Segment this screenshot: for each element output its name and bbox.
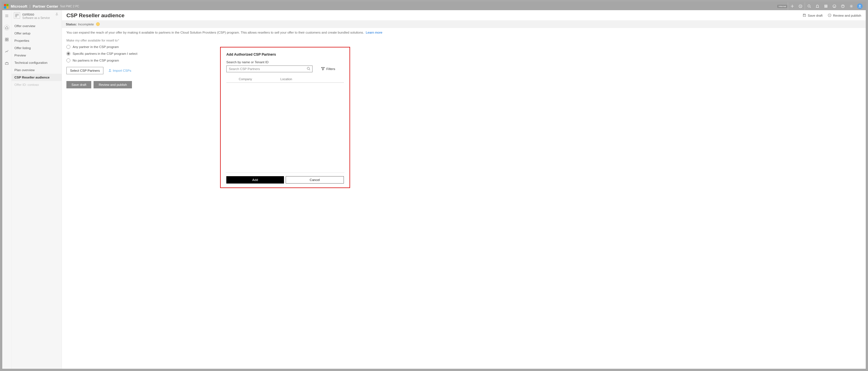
publish-icon xyxy=(828,13,832,18)
review-publish-button[interactable]: Review and publish xyxy=(94,81,132,89)
radio-specific-partners[interactable]: Specific partners in the CSP program I s… xyxy=(66,52,861,56)
svg-point-1 xyxy=(808,5,810,7)
svg-rect-8 xyxy=(7,38,8,39)
add-csp-partners-panel: Add Authorized CSP Partners Search by na… xyxy=(220,47,350,188)
status-label: Status: xyxy=(66,23,77,26)
bell-icon[interactable] xyxy=(813,2,822,10)
nav-csp-reseller-audience[interactable]: CSP Reseller audience xyxy=(11,74,62,81)
product-subtitle: Software as a Service xyxy=(22,16,50,20)
search-csp-input[interactable] xyxy=(229,67,307,71)
status-value: Incomplete xyxy=(78,23,94,26)
panel-title: Add Authorized CSP Partners xyxy=(226,53,344,57)
gift-icon[interactable] xyxy=(822,2,830,10)
save-icon xyxy=(802,13,806,18)
menu-icon[interactable] xyxy=(4,13,10,19)
svg-point-16 xyxy=(307,67,309,69)
svg-rect-14 xyxy=(16,16,17,17)
save-draft-header-button[interactable]: Save draft xyxy=(802,13,823,18)
svg-point-3 xyxy=(833,5,836,8)
grid-icon[interactable] xyxy=(4,37,10,42)
toolbox-icon[interactable] xyxy=(4,60,10,66)
svg-rect-7 xyxy=(5,38,6,39)
panel-results xyxy=(226,83,344,172)
internal-badge: Internal xyxy=(777,5,787,8)
col-company: Company xyxy=(226,77,280,81)
status-indicator-icon xyxy=(96,22,100,26)
svg-rect-11 xyxy=(5,63,8,64)
help-icon[interactable] xyxy=(839,2,847,10)
select-csp-partners-button[interactable]: Select CSP Partners xyxy=(66,67,103,74)
brand-label: Microsoft xyxy=(11,4,27,8)
top-header: Microsoft | Partner Center Test PMC 2 PC… xyxy=(2,2,866,10)
review-publish-header-button[interactable]: Review and publish xyxy=(828,13,861,18)
upload-icon xyxy=(108,68,112,73)
resell-field-label: Make my offer available for resell to* xyxy=(66,39,861,42)
home-icon[interactable] xyxy=(4,25,10,31)
svg-point-5 xyxy=(851,6,852,7)
save-draft-button[interactable]: Save draft xyxy=(66,81,91,89)
svg-rect-10 xyxy=(7,40,8,41)
nav-offer-listing[interactable]: Offer listing xyxy=(11,44,62,52)
nav-preview[interactable]: Preview xyxy=(11,52,62,59)
feedback-icon[interactable] xyxy=(830,2,839,10)
launch-icon[interactable] xyxy=(788,2,796,10)
pin-icon[interactable] xyxy=(55,12,59,17)
env-label: Test PMC 2 PC xyxy=(60,5,79,8)
avatar[interactable] xyxy=(856,2,864,10)
add-button[interactable]: Add xyxy=(226,176,284,183)
nav-offer-overview[interactable]: Offer overview xyxy=(11,22,62,30)
cancel-button[interactable]: Cancel xyxy=(286,176,344,183)
search-icon[interactable] xyxy=(805,2,813,10)
gear-icon[interactable] xyxy=(847,2,856,10)
col-location: Location xyxy=(280,77,344,81)
panel-table-header: Company Location xyxy=(226,76,344,83)
product-name: contoso xyxy=(22,12,50,16)
radio-any-partner[interactable]: Any partner in the CSP program xyxy=(66,45,861,49)
search-icon[interactable] xyxy=(307,67,311,71)
clock-icon[interactable] xyxy=(796,2,805,10)
main-content: CSP Reseller audience Save draft Review … xyxy=(62,10,866,369)
svg-rect-13 xyxy=(17,14,19,15)
filter-icon xyxy=(321,67,325,71)
nav-technical-configuration[interactable]: Technical configuration xyxy=(11,59,62,66)
product-title[interactable]: Partner Center xyxy=(33,4,58,8)
nav-properties[interactable]: Properties xyxy=(11,37,62,44)
status-bar: Status: Incomplete xyxy=(62,20,866,28)
analytics-icon[interactable] xyxy=(4,48,10,54)
learn-more-link[interactable]: Learn more xyxy=(366,31,382,34)
nav-plan-overview[interactable]: Plan overview xyxy=(11,66,62,74)
left-rail xyxy=(2,10,11,369)
svg-rect-9 xyxy=(5,40,6,41)
product-nav: contoso Software as a Service Offer over… xyxy=(11,10,62,369)
nav-offer-id: Offer ID: contoso xyxy=(11,81,62,89)
search-csp-input-wrapper[interactable] xyxy=(226,66,312,72)
svg-rect-12 xyxy=(16,14,17,15)
radio-no-partners[interactable]: No partners in the CSP program xyxy=(66,59,861,62)
nav-offer-setup[interactable]: Offer setup xyxy=(11,30,62,37)
page-description: You can expand the reach of your offer b… xyxy=(66,31,861,34)
import-csps-link[interactable]: Import CSPs xyxy=(108,68,131,73)
panel-subtitle: Search by name or Tenant ID xyxy=(226,60,344,64)
filters-button[interactable]: Filters xyxy=(321,67,335,71)
page-title: CSP Reseller audience xyxy=(66,12,125,19)
microsoft-logo-icon xyxy=(4,4,8,8)
product-tile-icon xyxy=(14,12,20,19)
svg-point-6 xyxy=(859,5,860,6)
